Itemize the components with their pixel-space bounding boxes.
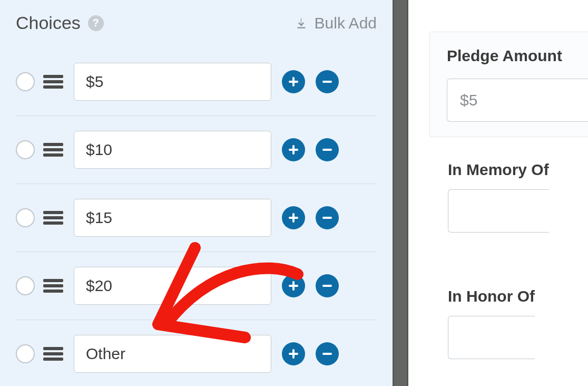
svg-rect-26 <box>43 358 63 361</box>
svg-rect-29 <box>322 353 332 355</box>
svg-rect-17 <box>322 217 332 219</box>
choice-radio[interactable] <box>16 72 35 91</box>
choice-row <box>16 320 377 386</box>
in-memory-of-label: In Memory Of <box>448 161 549 179</box>
svg-rect-28 <box>289 353 298 355</box>
remove-choice-button[interactable] <box>316 206 339 229</box>
in-memory-of-input[interactable] <box>448 189 549 233</box>
remove-choice-button[interactable] <box>316 70 339 93</box>
pledge-amount-card: Pledge Amount $5 <box>429 32 588 137</box>
choice-radio[interactable] <box>16 208 35 227</box>
choice-value-input[interactable] <box>74 131 271 169</box>
svg-rect-25 <box>43 352 63 355</box>
preview-panel: Pledge Amount $5 In Memory Of In Honor O… <box>408 0 588 386</box>
svg-rect-12 <box>43 211 63 214</box>
svg-rect-4 <box>289 81 298 83</box>
in-honor-of-group: In Honor Of <box>448 287 535 359</box>
choice-row <box>16 184 377 252</box>
choice-row <box>16 116 377 184</box>
svg-rect-24 <box>43 347 63 350</box>
svg-rect-18 <box>43 279 63 282</box>
minus-icon <box>321 143 334 156</box>
add-choice-button[interactable] <box>282 342 305 365</box>
svg-rect-0 <box>43 75 63 78</box>
drag-handle-icon[interactable] <box>43 74 63 90</box>
svg-rect-8 <box>43 153 63 157</box>
remove-choice-button[interactable] <box>316 138 339 161</box>
svg-rect-1 <box>43 80 63 83</box>
bulk-add-label: Bulk Add <box>315 14 377 32</box>
drag-handle-icon[interactable] <box>43 278 63 294</box>
svg-rect-14 <box>43 221 63 225</box>
choice-value-input[interactable] <box>74 199 271 237</box>
choice-value-input[interactable] <box>74 63 271 101</box>
bulk-add-button[interactable]: Bulk Add <box>295 14 377 32</box>
svg-rect-13 <box>43 216 63 219</box>
pledge-amount-value: $5 <box>460 91 477 109</box>
choice-value-input[interactable] <box>74 267 271 305</box>
svg-rect-5 <box>322 81 332 83</box>
choices-header: Choices ? Bulk Add <box>16 9 377 33</box>
help-icon[interactable]: ? <box>88 15 104 31</box>
drag-handle-icon[interactable] <box>43 346 63 362</box>
svg-rect-16 <box>289 217 298 219</box>
svg-rect-7 <box>43 148 63 151</box>
add-choice-button[interactable] <box>282 70 305 93</box>
svg-rect-20 <box>43 290 63 293</box>
svg-rect-2 <box>43 85 63 89</box>
svg-rect-19 <box>43 284 63 287</box>
plus-icon <box>287 348 300 360</box>
pledge-amount-dropdown[interactable]: $5 <box>447 79 588 122</box>
drag-handle-icon[interactable] <box>43 210 63 226</box>
remove-choice-button[interactable] <box>316 342 339 365</box>
plus-icon <box>287 75 300 88</box>
choice-row <box>16 252 377 320</box>
in-honor-of-label: In Honor Of <box>448 287 535 305</box>
svg-rect-22 <box>289 285 298 287</box>
choice-row <box>16 48 377 116</box>
drag-handle-icon[interactable] <box>43 142 63 158</box>
choice-radio[interactable] <box>16 344 35 363</box>
choices-title: Choices <box>16 13 81 33</box>
choices-editor-panel: Choices ? Bulk Add <box>0 0 393 386</box>
choice-value-input[interactable] <box>74 335 271 373</box>
download-icon <box>295 16 308 30</box>
add-choice-button[interactable] <box>282 138 305 161</box>
svg-rect-6 <box>43 143 63 146</box>
svg-rect-23 <box>322 285 332 287</box>
svg-rect-10 <box>289 149 298 151</box>
minus-icon <box>321 75 334 88</box>
in-memory-of-group: In Memory Of <box>448 161 549 233</box>
choice-radio[interactable] <box>16 140 35 159</box>
plus-icon <box>287 279 300 292</box>
in-honor-of-input[interactable] <box>448 316 535 359</box>
minus-icon <box>321 279 334 292</box>
minus-icon <box>321 211 334 224</box>
pledge-amount-label: Pledge Amount <box>447 47 588 65</box>
remove-choice-button[interactable] <box>316 274 339 297</box>
plus-icon <box>287 143 300 156</box>
choice-radio[interactable] <box>16 276 35 295</box>
plus-icon <box>287 211 300 224</box>
svg-rect-11 <box>322 149 332 151</box>
panel-divider <box>393 0 408 386</box>
minus-icon <box>321 348 334 360</box>
add-choice-button[interactable] <box>282 206 305 229</box>
add-choice-button[interactable] <box>282 274 305 297</box>
